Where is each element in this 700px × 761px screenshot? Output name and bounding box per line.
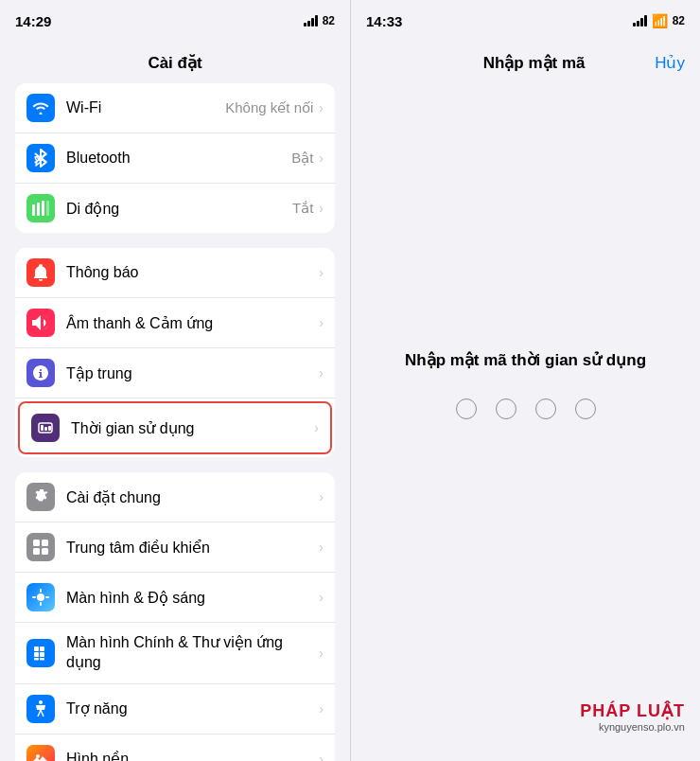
bluetooth-chevron: › — [319, 150, 324, 166]
pin-dot-4 — [575, 398, 596, 419]
home-screen-chevron: › — [319, 646, 324, 661]
display-label: Màn hình & Độ sáng — [66, 589, 319, 607]
pin-dots — [456, 398, 596, 419]
control-center-chevron: › — [319, 540, 324, 555]
focus-icon — [26, 359, 55, 387]
svg-rect-21 — [34, 658, 39, 661]
left-status-icons: 82 — [304, 14, 335, 27]
watermark-url: kynguyenso.plo.vn — [580, 721, 685, 733]
general-icon — [26, 483, 55, 511]
watermark-logo: PHÁP LUẬT — [580, 700, 685, 721]
sound-label: Âm thanh & Cảm ứng — [66, 314, 319, 332]
svg-rect-20 — [40, 652, 44, 657]
settings-list: Wi-Fi Không kết nối › Bluetooth Bật › — [0, 83, 350, 761]
sound-icon — [26, 309, 55, 337]
svg-point-23 — [39, 700, 43, 704]
svg-rect-10 — [33, 548, 40, 555]
control-center-item[interactable]: Trung tâm điều khiển › — [15, 522, 335, 573]
right-status-bar: 14:33 📶 82 — [351, 0, 700, 42]
home-screen-label: Màn hình Chính & Thư viện ứng dụng — [66, 633, 319, 673]
bluetooth-icon — [26, 144, 55, 172]
wifi-chevron: › — [319, 100, 324, 115]
svg-rect-5 — [41, 425, 44, 431]
focus-label: Tập trung — [66, 364, 319, 382]
notification-label: Thông báo — [66, 264, 319, 281]
connectivity-group: Wi-Fi Không kết nối › Bluetooth Bật › — [15, 83, 335, 233]
right-time: 14:33 — [366, 13, 402, 29]
device-group: Cài đặt chung › Trung tâm điều khiển › — [15, 472, 335, 761]
pin-dot-3 — [535, 398, 556, 419]
cancel-button[interactable]: Hủy — [655, 53, 685, 73]
svg-rect-19 — [34, 652, 39, 657]
pin-content: Nhập mật mã thời gian sử dụng — [351, 83, 700, 761]
accessibility-chevron: › — [319, 701, 324, 717]
battery-icon: 82 — [323, 14, 335, 27]
pin-dot-2 — [496, 398, 516, 419]
left-status-bar: 14:29 82 — [0, 0, 350, 42]
focus-item[interactable]: Tập trung › — [15, 348, 335, 398]
home-screen-item[interactable]: Màn hình Chính & Thư viện ứng dụng › — [15, 623, 335, 684]
signal-icon — [304, 15, 318, 27]
control-center-icon — [26, 533, 55, 561]
right-status-icons: 📶 82 — [633, 13, 685, 28]
svg-rect-11 — [42, 548, 48, 555]
general-label: Cài đặt chung — [66, 488, 319, 506]
general-item[interactable]: Cài đặt chung › — [15, 472, 335, 522]
mobile-item[interactable]: Di động Tắt › — [15, 184, 335, 233]
accessibility-label: Trợ năng — [66, 699, 319, 717]
svg-rect-6 — [44, 427, 47, 431]
svg-rect-17 — [34, 646, 39, 651]
wifi-item[interactable]: Wi-Fi Không kết nối › — [15, 83, 335, 133]
svg-rect-7 — [48, 426, 51, 431]
display-icon — [26, 583, 55, 611]
svg-rect-18 — [40, 646, 44, 651]
svg-rect-1 — [37, 203, 40, 216]
display-item[interactable]: Màn hình & Độ sáng › — [15, 573, 335, 623]
accessibility-item[interactable]: Trợ năng › — [15, 684, 335, 734]
notification-item[interactable]: Thông báo › — [15, 248, 335, 298]
screen-time-chevron: › — [314, 420, 319, 435]
wallpaper-label: Hình nền — [66, 750, 319, 761]
wifi-label: Wi-Fi — [66, 99, 225, 116]
bluetooth-item[interactable]: Bluetooth Bật › — [15, 133, 335, 184]
pin-title: Nhập mật mã thời gian sử dụng — [405, 350, 646, 370]
right-panel: 14:33 📶 82 Nhập mật mã Hủy Nhập mật mã t… — [350, 0, 700, 761]
bluetooth-label: Bluetooth — [66, 150, 291, 167]
mobile-value: Tắt — [292, 200, 313, 217]
screen-time-item[interactable]: Thời gian sử dụng › — [18, 401, 332, 454]
sound-item[interactable]: Âm thanh & Cảm ứng › — [15, 298, 335, 348]
right-nav-bar: Nhập mật mã Hủy — [351, 42, 700, 83]
accessibility-icon — [26, 695, 55, 723]
general-chevron: › — [319, 489, 324, 504]
svg-rect-2 — [42, 201, 44, 216]
wallpaper-item[interactable]: Hình nền › — [15, 734, 335, 761]
left-nav-bar: Cài đặt — [0, 42, 350, 83]
svg-point-12 — [37, 593, 44, 601]
screen-time-label: Thời gian sử dụng — [71, 419, 314, 437]
bluetooth-value: Bật — [291, 150, 313, 167]
watermark: PHÁP LUẬT kynguyenso.plo.vn — [580, 700, 685, 733]
right-signal-icon — [633, 15, 647, 27]
svg-line-25 — [41, 710, 44, 717]
wifi-icon — [26, 94, 55, 122]
mobile-icon — [26, 194, 55, 222]
svg-rect-3 — [46, 201, 49, 216]
mobile-label: Di động — [66, 200, 292, 218]
wifi-value: Không kết nối — [225, 99, 313, 116]
mobile-chevron: › — [319, 201, 324, 216]
display-chevron: › — [319, 590, 324, 605]
notification-icon — [26, 258, 55, 287]
svg-rect-22 — [40, 658, 44, 661]
svg-rect-9 — [42, 540, 48, 546]
control-center-label: Trung tâm điều khiển — [66, 539, 319, 557]
left-time: 14:29 — [15, 13, 51, 29]
right-wifi-icon: 📶 — [652, 13, 668, 28]
right-nav-title: Nhập mật mã — [413, 53, 655, 73]
screen-time-icon — [31, 414, 60, 442]
system-group: Thông báo › Âm thanh & Cảm ứng › T — [15, 248, 335, 457]
wallpaper-icon — [26, 745, 55, 761]
svg-line-24 — [38, 710, 41, 717]
sound-chevron: › — [319, 315, 324, 330]
left-nav-title: Cài đặt — [148, 53, 201, 73]
pin-dot-1 — [456, 398, 477, 419]
